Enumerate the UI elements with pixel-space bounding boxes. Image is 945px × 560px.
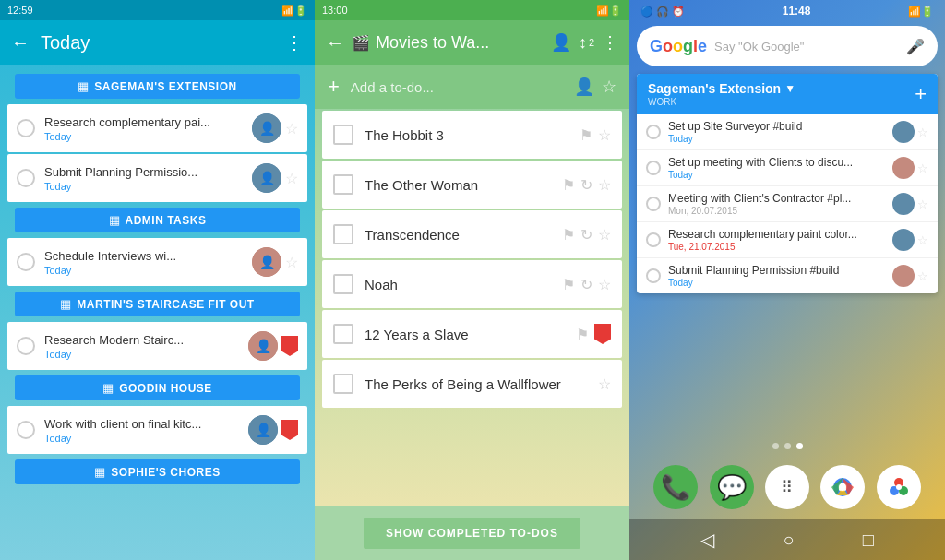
movie-checkbox[interactable] (333, 374, 353, 394)
task-item[interactable]: Research complementary pai... Today 👤 ☆ (7, 104, 307, 152)
star-icon[interactable]: ☆ (285, 120, 298, 137)
movie-checkbox[interactable] (333, 324, 353, 344)
add-person-icon[interactable]: 👤 (574, 77, 594, 97)
widget-task-item[interactable]: Set up Site Surveyor #build Today ☆ (637, 114, 938, 150)
movie-icons: ⚑ (570, 326, 589, 343)
task-checkbox[interactable] (17, 169, 35, 187)
movie-checkbox[interactable] (333, 174, 353, 195)
repeat-icon[interactable]: ↻ (580, 176, 592, 194)
widget-task-title: Set up meeting with Clients to discu... (668, 156, 889, 169)
repeat-icon[interactable]: ↻ (580, 226, 592, 244)
task-sub: Today (44, 349, 243, 360)
widget-task-item[interactable]: Submit Planning Permission #build Today … (637, 258, 938, 293)
panel1-header: ← Today ⋮ (0, 20, 315, 65)
widget-plus-button[interactable]: + (915, 82, 927, 106)
movie-item[interactable]: Noah ⚑ ↻ ☆ (322, 260, 622, 308)
section-icon-sageman: ▦ (78, 79, 89, 93)
star-icon[interactable]: ☆ (917, 233, 928, 247)
task-item[interactable]: Research Modern Stairc... Today 👤 (7, 322, 307, 370)
task-item[interactable]: Submit Planning Permissio... Today 👤 ☆ (7, 154, 307, 202)
flag-outline-icon[interactable]: ⚑ (562, 226, 575, 244)
widget-task-sub: Tue, 21.07.2015 (668, 242, 889, 252)
widget-task-sub: Today (668, 134, 889, 144)
show-completed-bar: SHOW COMPLETED TO-DOS (315, 506, 629, 560)
star-icon[interactable]: ☆ (285, 254, 298, 271)
phone-icon[interactable]: 📞 (653, 465, 698, 509)
movie-icons: ⚑ ↻ ☆ (556, 276, 611, 293)
star-outline-icon[interactable]: ☆ (598, 276, 611, 293)
movie-item[interactable]: Transcendence ⚑ ↻ ☆ (322, 210, 622, 258)
launcher-icon[interactable]: ⠿ (765, 465, 809, 509)
widget-subtitle: WORK (648, 97, 795, 107)
task-item[interactable]: Work with client on final kitc... Today … (7, 406, 307, 454)
task-title: Research complementary pai... (44, 115, 246, 129)
widget-task-item[interactable]: Meeting with Client's Contractor #pl... … (637, 186, 938, 222)
widget-task-item[interactable]: Research complementary paint color... Tu… (637, 222, 938, 258)
widget-checkbox[interactable] (646, 268, 661, 283)
panel2-title: Movies to Wa... (376, 33, 544, 53)
movie-item[interactable]: 12 Years a Slave ⚑ (322, 310, 622, 358)
add-star-icon[interactable]: ☆ (602, 77, 616, 97)
widget-task-sub: Today (668, 278, 889, 288)
widget-avatar (892, 121, 915, 143)
show-completed-button[interactable]: SHOW COMPLETED TO-DOS (364, 518, 580, 549)
back-icon-1[interactable]: ← (11, 32, 30, 54)
star-icon[interactable]: ☆ (917, 161, 928, 175)
more-icon-1[interactable]: ⋮ (285, 31, 304, 54)
section-label-goodin: GOODIN HOUSE (119, 382, 212, 395)
movie-title: Noah (365, 277, 556, 292)
hangouts-icon[interactable]: 💬 (710, 465, 754, 509)
back-icon-2[interactable]: ← (326, 32, 344, 54)
task-checkbox[interactable] (17, 337, 35, 355)
avatar-face: 👤 (248, 331, 278, 361)
movie-checkbox[interactable] (333, 125, 353, 145)
widget-checkbox[interactable] (646, 197, 661, 211)
add-todo-bar[interactable]: + Add a to-do... 👤 ☆ (315, 65, 629, 109)
star-outline-icon[interactable]: ☆ (598, 126, 611, 144)
google-search-bar[interactable]: Google Say "Ok Google" 🎤 (637, 26, 938, 66)
widget-task-text: Research complementary paint color... Tu… (668, 228, 889, 252)
widget-checkbox[interactable] (646, 232, 661, 247)
widget-checkbox[interactable] (646, 125, 661, 139)
flag-outline-icon[interactable]: ⚑ (562, 276, 575, 293)
home-nav-icon[interactable]: ○ (783, 530, 794, 551)
movie-checkbox[interactable] (333, 224, 353, 244)
more-icon-2[interactable]: ⋮ (602, 32, 618, 53)
movie-item[interactable]: The Hobbit 3 ⚑ ☆ (322, 111, 622, 159)
star-outline-icon[interactable]: ☆ (598, 176, 611, 194)
flag-outline-icon[interactable]: ⚑ (580, 126, 592, 144)
plus-icon[interactable]: + (328, 75, 340, 99)
movie-checkbox[interactable] (333, 274, 353, 294)
movie-list: The Hobbit 3 ⚑ ☆ The Other Woman ⚑ ↻ ☆ T… (315, 109, 629, 506)
star-outline-icon[interactable]: ☆ (598, 375, 611, 393)
star-icon[interactable]: ☆ (285, 170, 298, 187)
repeat-icon[interactable]: ↻ (580, 276, 592, 293)
task-text-area: Schedule Interviews wi... Today (44, 249, 246, 276)
widget-avatar (892, 157, 915, 179)
recent-nav-icon[interactable]: □ (863, 530, 874, 551)
task-title: Research Modern Stairc... (44, 333, 243, 347)
flag-outline-icon[interactable]: ⚑ (562, 176, 575, 194)
star-outline-icon[interactable]: ☆ (598, 226, 611, 244)
star-icon[interactable]: ☆ (917, 197, 928, 211)
movie-item[interactable]: The Other Woman ⚑ ↻ ☆ (322, 161, 622, 209)
star-icon[interactable]: ☆ (917, 269, 928, 283)
add-person-icon[interactable]: 👤 (551, 32, 571, 53)
task-sub: Today (44, 181, 246, 192)
movie-item[interactable]: The Perks of Being a Wallflower ☆ (322, 360, 622, 408)
flag-outline-icon[interactable]: ⚑ (576, 326, 589, 343)
dropdown-icon[interactable]: ▼ (784, 82, 795, 95)
task-checkbox[interactable] (17, 119, 35, 137)
section-icon-admin: ▦ (109, 213, 120, 227)
sort-icon[interactable]: ↕ (579, 33, 587, 53)
back-nav-icon[interactable]: ◁ (700, 529, 714, 551)
widget-checkbox[interactable] (646, 161, 661, 175)
star-icon[interactable]: ☆ (917, 125, 928, 139)
mic-icon[interactable]: 🎤 (906, 38, 925, 55)
widget-task-item[interactable]: Set up meeting with Clients to discu... … (637, 150, 938, 186)
photos-icon[interactable] (877, 465, 921, 509)
task-checkbox[interactable] (17, 421, 35, 439)
task-checkbox[interactable] (17, 253, 35, 271)
task-item[interactable]: Schedule Interviews wi... Today 👤 ☆ (7, 238, 307, 286)
chrome-icon[interactable] (820, 465, 865, 509)
